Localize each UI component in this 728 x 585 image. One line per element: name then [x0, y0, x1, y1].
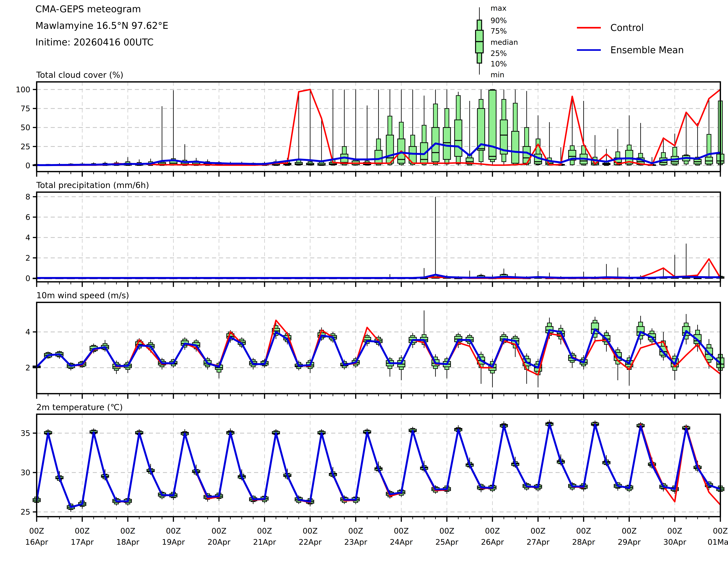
- titles: CMA-GEPS meteogram Mawlamyine 16.5°N 97.…: [35, 4, 168, 54]
- legend-label-median: median: [491, 38, 518, 47]
- legend-item-control: Control: [577, 22, 684, 33]
- page-subtitle-inittime: Initime: 20260416 00UTC: [35, 37, 168, 47]
- y-tick-label: 100: [16, 85, 30, 94]
- temperature-chart: 253035: [0, 412, 728, 524]
- legend-label-90: 90%: [491, 16, 507, 25]
- x-tick-label: 00Z26Apr: [481, 525, 504, 548]
- y-tick-label: 25: [21, 507, 30, 516]
- x-tick-label: 00Z27Apr: [526, 525, 549, 548]
- x-tick-label: 00Z29Apr: [618, 525, 641, 548]
- page-title: CMA-GEPS meteogram: [35, 4, 168, 14]
- y-tick-label: 35: [21, 429, 30, 437]
- legend-label-max: max: [491, 4, 506, 12]
- wind-speed-panel-title: 10m wind speed (m/s): [36, 291, 728, 299]
- legend-ensemble-mean-label: Ensemble Mean: [610, 45, 684, 55]
- x-tick-label: 00Z24Apr: [390, 525, 413, 548]
- cloud-cover-chart: 0255075100: [0, 80, 728, 179]
- x-ticks: [37, 517, 720, 522]
- panel-10m-wind-speed: 10m wind speed (m/s) 24: [0, 291, 728, 401]
- x-ticks: [37, 282, 720, 287]
- y-tick-label: 30: [21, 468, 30, 477]
- y-axis: 0255075100: [16, 85, 37, 170]
- y-tick-label: 0: [25, 274, 30, 283]
- x-tick-label: 00Z28Apr: [572, 525, 595, 548]
- y-tick-label: 4: [25, 327, 30, 336]
- y-tick-label: 6: [25, 213, 30, 221]
- panel-total-precipitation: Total precipitation (mm/6h) 02468: [0, 181, 728, 289]
- meteogram-page: CMA-GEPS meteogram Mawlamyine 16.5°N 97.…: [0, 0, 728, 585]
- panel-2m-temperature: 2m temperature (℃) 253035: [0, 403, 728, 524]
- legend-control-label: Control: [610, 22, 644, 33]
- legend-label-75: 75%: [491, 27, 507, 35]
- x-tick-label: 00Z16Apr: [25, 525, 48, 548]
- precipitation-panel-title: Total precipitation (mm/6h): [36, 181, 728, 189]
- wind-speed-chart: 24: [0, 300, 728, 401]
- legend-item-ensemble-mean: Ensemble Mean: [577, 45, 684, 55]
- y-axis: 253035: [21, 429, 37, 516]
- x-tick-label: 00Z22Apr: [298, 525, 321, 548]
- boxplot-legend-glyph-icon: [470, 3, 489, 78]
- panels: Total cloud cover (%) 0255075100 Total p…: [0, 69, 728, 554]
- legend-label-10: 10%: [491, 60, 507, 68]
- x-tick-label: 00Z25Apr: [435, 525, 458, 548]
- y-tick-label: 75: [21, 104, 30, 113]
- x-tick-label: 00Z23Apr: [344, 525, 367, 548]
- y-tick-label: 8: [25, 192, 30, 201]
- page-subtitle-location: Mawlamyine 16.5°N 97.62°E: [35, 21, 168, 30]
- y-tick-label: 50: [21, 123, 30, 132]
- x-tick-label: 00Z01May: [708, 525, 728, 548]
- ensemble-mean-line-swatch-icon: [577, 49, 601, 51]
- x-tick-label: 00Z19Apr: [162, 525, 185, 548]
- x-ticks: [37, 394, 720, 399]
- y-axis: 02468: [25, 192, 37, 283]
- panel-total-cloud-cover: Total cloud cover (%) 0255075100: [0, 71, 728, 179]
- precipitation-chart: 02468: [0, 190, 728, 289]
- control-line-swatch-icon: [577, 27, 601, 28]
- y-tick-label: 4: [25, 233, 30, 242]
- y-tick-label: 2: [25, 254, 30, 262]
- x-tick-label: 00Z21Apr: [253, 525, 276, 548]
- cloud-cover-panel-title: Total cloud cover (%): [36, 71, 728, 79]
- line-legend: Control Ensemble Mean: [577, 22, 684, 67]
- x-ticks: [37, 171, 720, 177]
- legend-label-25: 25%: [491, 49, 507, 58]
- temperature-panel-title: 2m temperature (℃): [36, 403, 728, 411]
- x-tick-label: 00Z17Apr: [71, 525, 94, 548]
- x-tick-label: 00Z20Apr: [208, 525, 230, 548]
- y-tick-label: 2: [25, 363, 30, 372]
- y-axis: 24: [25, 327, 37, 372]
- x-axis-labels: 00Z16Apr00Z17Apr00Z18Apr00Z19Apr00Z20Apr…: [0, 524, 728, 554]
- y-tick-label: 25: [21, 142, 30, 151]
- boxplot-legend-labels: max 90% 75% median 25% 10% min: [491, 3, 538, 78]
- y-tick-label: 0: [25, 161, 30, 170]
- x-tick-label: 00Z30Apr: [663, 525, 686, 548]
- x-tick-label: 00Z18Apr: [116, 525, 139, 548]
